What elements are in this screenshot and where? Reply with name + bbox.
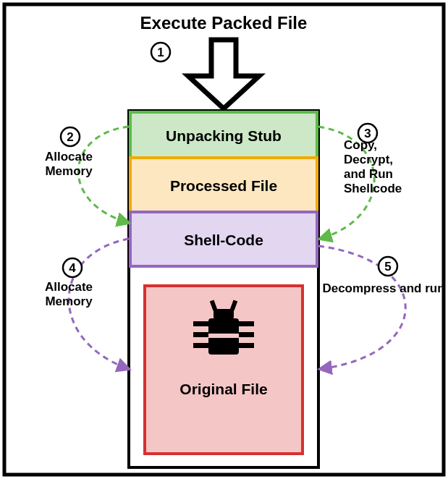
annotation-3-line3: and Run bbox=[344, 167, 393, 181]
svg-rect-11 bbox=[193, 332, 209, 337]
diagram-root: Execute Packed File 1 Unpacking Stub Pro… bbox=[0, 0, 448, 479]
svg-text:2: 2 bbox=[67, 130, 73, 144]
annotation-2-line2: Memory bbox=[45, 164, 93, 178]
annotation-3-line2: Decrypt, bbox=[344, 153, 393, 166]
step-2-badge: 2 bbox=[61, 127, 80, 146]
svg-rect-7 bbox=[214, 309, 234, 319]
svg-rect-10 bbox=[193, 321, 209, 326]
annotation-3-line1: Copy, bbox=[344, 138, 377, 152]
step-1-badge: 1 bbox=[151, 43, 170, 62]
svg-text:4: 4 bbox=[69, 261, 76, 275]
svg-text:5: 5 bbox=[384, 260, 391, 274]
annotation-4-line2: Memory bbox=[45, 294, 93, 308]
label-shell-code: Shell-Code bbox=[184, 232, 263, 248]
diagram-title: Execute Packed File bbox=[140, 13, 308, 33]
svg-rect-16 bbox=[208, 334, 239, 338]
annotation-3-line4: Shellcode bbox=[344, 182, 402, 195]
svg-text:1: 1 bbox=[157, 46, 164, 59]
svg-rect-15 bbox=[238, 343, 254, 348]
annotation-4-line1: Allocate bbox=[45, 280, 93, 294]
svg-rect-12 bbox=[193, 343, 209, 348]
label-unpacking-stub: Unpacking Stub bbox=[166, 127, 282, 144]
svg-rect-13 bbox=[238, 321, 254, 326]
step-5-badge: 5 bbox=[379, 257, 397, 276]
annotation-5-line1: Decompress and run bbox=[322, 281, 444, 295]
step-4-badge: 4 bbox=[63, 258, 82, 277]
annotation-2-line1: Allocate bbox=[45, 150, 93, 164]
label-original-file: Original File bbox=[179, 381, 267, 397]
label-processed-file: Processed File bbox=[170, 177, 277, 194]
svg-rect-14 bbox=[238, 332, 254, 337]
